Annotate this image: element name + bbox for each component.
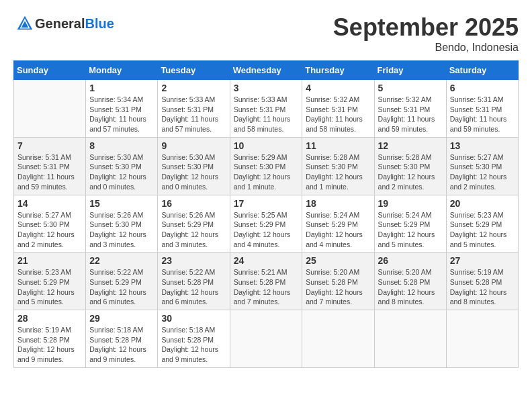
calendar-week-row: 1Sunrise: 5:34 AMSunset: 5:31 PMDaylight… <box>14 80 519 138</box>
calendar-day-cell: 29Sunrise: 5:18 AMSunset: 5:28 PMDayligh… <box>86 310 158 368</box>
calendar-day-cell: 30Sunrise: 5:18 AMSunset: 5:28 PMDayligh… <box>158 310 230 368</box>
day-info: Sunrise: 5:24 AMSunset: 5:29 PMDaylight:… <box>378 210 443 250</box>
calendar-day-cell: 15Sunrise: 5:26 AMSunset: 5:30 PMDayligh… <box>86 195 158 253</box>
day-info: Sunrise: 5:18 AMSunset: 5:28 PMDaylight:… <box>161 325 226 365</box>
day-info: Sunrise: 5:24 AMSunset: 5:29 PMDaylight:… <box>306 210 370 250</box>
day-number: 16 <box>161 198 226 209</box>
day-number: 10 <box>234 140 299 151</box>
day-number: 29 <box>89 313 154 324</box>
day-info: Sunrise: 5:32 AMSunset: 5:31 PMDaylight:… <box>378 95 443 134</box>
day-number: 19 <box>378 198 443 209</box>
day-info: Sunrise: 5:23 AMSunset: 5:29 PMDaylight:… <box>450 210 515 250</box>
day-number: 22 <box>89 255 154 266</box>
calendar-day-cell <box>230 310 302 368</box>
day-info: Sunrise: 5:23 AMSunset: 5:29 PMDaylight:… <box>17 267 82 307</box>
day-number: 28 <box>17 313 82 324</box>
calendar-day-cell: 4Sunrise: 5:32 AMSunset: 5:31 PMDaylight… <box>302 80 374 138</box>
calendar-day-cell: 20Sunrise: 5:23 AMSunset: 5:29 PMDayligh… <box>446 195 518 253</box>
calendar-day-cell: 21Sunrise: 5:23 AMSunset: 5:29 PMDayligh… <box>14 253 86 310</box>
calendar-day-cell: 14Sunrise: 5:27 AMSunset: 5:30 PMDayligh… <box>14 195 86 253</box>
day-info: Sunrise: 5:25 AMSunset: 5:29 PMDaylight:… <box>234 210 299 250</box>
calendar-day-cell: 18Sunrise: 5:24 AMSunset: 5:29 PMDayligh… <box>302 195 374 253</box>
day-info: Sunrise: 5:31 AMSunset: 5:31 PMDaylight:… <box>17 152 82 192</box>
day-number: 21 <box>17 255 82 266</box>
day-number: 25 <box>306 255 370 266</box>
day-info: Sunrise: 5:31 AMSunset: 5:31 PMDaylight:… <box>450 95 515 134</box>
calendar-day-cell: 12Sunrise: 5:28 AMSunset: 5:30 PMDayligh… <box>374 137 446 195</box>
day-number: 12 <box>378 140 443 151</box>
calendar-header-wednesday: Wednesday <box>230 61 302 80</box>
day-info: Sunrise: 5:19 AMSunset: 5:28 PMDaylight:… <box>450 267 515 307</box>
calendar-week-row: 21Sunrise: 5:23 AMSunset: 5:29 PMDayligh… <box>14 253 519 310</box>
day-number: 6 <box>450 83 515 93</box>
calendar-day-cell: 2Sunrise: 5:33 AMSunset: 5:31 PMDaylight… <box>158 80 230 138</box>
day-info: Sunrise: 5:20 AMSunset: 5:28 PMDaylight:… <box>378 267 443 307</box>
day-number: 11 <box>306 140 370 151</box>
page-header: GeneralBlue September 2025 Bendo, Indone… <box>13 13 519 54</box>
day-info: Sunrise: 5:21 AMSunset: 5:28 PMDaylight:… <box>234 267 299 307</box>
day-info: Sunrise: 5:19 AMSunset: 5:28 PMDaylight:… <box>17 325 82 365</box>
logo-icon <box>15 13 35 34</box>
calendar-header-saturday: Saturday <box>446 61 518 80</box>
day-number: 20 <box>450 198 515 209</box>
calendar-day-cell <box>446 310 518 368</box>
day-info: Sunrise: 5:22 AMSunset: 5:28 PMDaylight:… <box>161 267 226 307</box>
day-number: 13 <box>450 140 515 151</box>
calendar-day-cell: 11Sunrise: 5:28 AMSunset: 5:30 PMDayligh… <box>302 137 374 195</box>
location-title: Bendo, Indonesia <box>333 42 519 54</box>
title-block: September 2025 Bendo, Indonesia <box>333 13 519 54</box>
calendar-day-cell: 7Sunrise: 5:31 AMSunset: 5:31 PMDaylight… <box>14 137 86 195</box>
calendar-week-row: 28Sunrise: 5:19 AMSunset: 5:28 PMDayligh… <box>14 310 519 368</box>
day-info: Sunrise: 5:28 AMSunset: 5:30 PMDaylight:… <box>306 152 370 192</box>
day-number: 26 <box>378 255 443 266</box>
calendar-header-sunday: Sunday <box>14 61 86 80</box>
day-number: 30 <box>161 313 226 324</box>
day-info: Sunrise: 5:28 AMSunset: 5:30 PMDaylight:… <box>378 152 443 192</box>
calendar-day-cell: 27Sunrise: 5:19 AMSunset: 5:28 PMDayligh… <box>446 253 518 310</box>
calendar-day-cell: 19Sunrise: 5:24 AMSunset: 5:29 PMDayligh… <box>374 195 446 253</box>
calendar-day-cell: 3Sunrise: 5:33 AMSunset: 5:31 PMDaylight… <box>230 80 302 138</box>
day-info: Sunrise: 5:26 AMSunset: 5:30 PMDaylight:… <box>89 210 154 250</box>
calendar-table: SundayMondayTuesdayWednesdayThursdayFrid… <box>13 60 519 368</box>
day-number: 14 <box>17 198 82 209</box>
day-number: 8 <box>89 140 154 151</box>
calendar-day-cell <box>302 310 374 368</box>
day-info: Sunrise: 5:29 AMSunset: 5:30 PMDaylight:… <box>234 152 299 192</box>
day-number: 3 <box>234 83 299 93</box>
calendar-day-cell: 9Sunrise: 5:30 AMSunset: 5:30 PMDaylight… <box>158 137 230 195</box>
day-info: Sunrise: 5:20 AMSunset: 5:28 PMDaylight:… <box>306 267 370 307</box>
calendar-day-cell <box>14 80 86 138</box>
day-number: 23 <box>161 255 226 266</box>
calendar-day-cell: 24Sunrise: 5:21 AMSunset: 5:28 PMDayligh… <box>230 253 302 310</box>
calendar-day-cell: 17Sunrise: 5:25 AMSunset: 5:29 PMDayligh… <box>230 195 302 253</box>
day-info: Sunrise: 5:27 AMSunset: 5:30 PMDaylight:… <box>450 152 515 192</box>
day-info: Sunrise: 5:30 AMSunset: 5:30 PMDaylight:… <box>161 152 226 192</box>
calendar-week-row: 7Sunrise: 5:31 AMSunset: 5:31 PMDaylight… <box>14 137 519 195</box>
calendar-day-cell: 1Sunrise: 5:34 AMSunset: 5:31 PMDaylight… <box>86 80 158 138</box>
logo-general: General <box>35 16 85 31</box>
day-info: Sunrise: 5:32 AMSunset: 5:31 PMDaylight:… <box>306 95 370 134</box>
day-info: Sunrise: 5:26 AMSunset: 5:29 PMDaylight:… <box>161 210 226 250</box>
calendar-header-thursday: Thursday <box>302 61 374 80</box>
day-number: 2 <box>161 83 226 93</box>
day-info: Sunrise: 5:30 AMSunset: 5:30 PMDaylight:… <box>89 152 154 192</box>
day-number: 24 <box>234 255 299 266</box>
calendar-day-cell: 8Sunrise: 5:30 AMSunset: 5:30 PMDaylight… <box>86 137 158 195</box>
calendar-header-tuesday: Tuesday <box>158 61 230 80</box>
calendar-day-cell: 6Sunrise: 5:31 AMSunset: 5:31 PMDaylight… <box>446 80 518 138</box>
day-info: Sunrise: 5:18 AMSunset: 5:28 PMDaylight:… <box>89 325 154 365</box>
day-info: Sunrise: 5:22 AMSunset: 5:29 PMDaylight:… <box>89 267 154 307</box>
calendar-day-cell: 28Sunrise: 5:19 AMSunset: 5:28 PMDayligh… <box>14 310 86 368</box>
calendar-header-monday: Monday <box>86 61 158 80</box>
calendar-header-row: SundayMondayTuesdayWednesdayThursdayFrid… <box>14 61 519 80</box>
day-number: 15 <box>89 198 154 209</box>
day-number: 5 <box>378 83 443 93</box>
day-number: 27 <box>450 255 515 266</box>
day-number: 9 <box>161 140 226 151</box>
day-number: 17 <box>234 198 299 209</box>
calendar-day-cell: 5Sunrise: 5:32 AMSunset: 5:31 PMDaylight… <box>374 80 446 138</box>
day-number: 18 <box>306 198 370 209</box>
calendar-day-cell: 22Sunrise: 5:22 AMSunset: 5:29 PMDayligh… <box>86 253 158 310</box>
calendar-day-cell: 10Sunrise: 5:29 AMSunset: 5:30 PMDayligh… <box>230 137 302 195</box>
month-title: September 2025 <box>333 13 519 42</box>
